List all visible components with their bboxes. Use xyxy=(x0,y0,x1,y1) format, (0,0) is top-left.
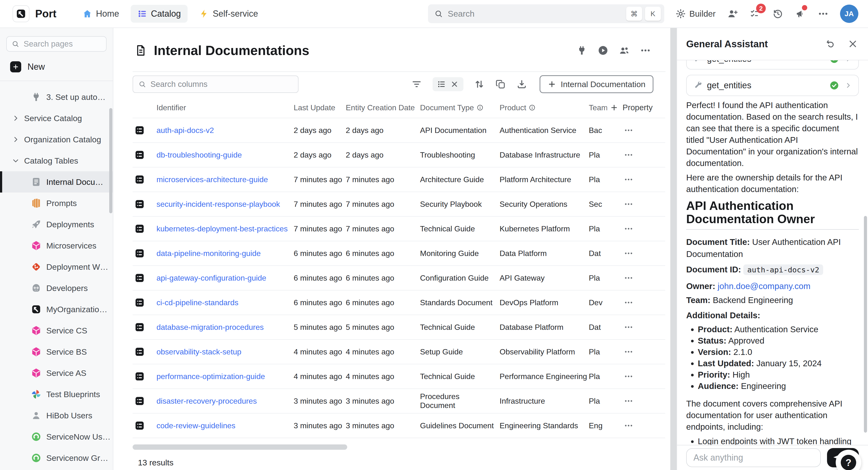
sidebar-item-developers[interactable]: Developers xyxy=(0,277,113,299)
sidebar-search[interactable] xyxy=(6,36,106,52)
sidebar-item-catalog-tables[interactable]: Catalog Tables xyxy=(0,150,113,171)
main-scrollbar-track[interactable] xyxy=(670,28,677,470)
includes-list: Login endpoints with JWT token handlingU… xyxy=(686,436,859,445)
history-button[interactable] xyxy=(772,8,784,20)
entity-link[interactable]: security-incident-response-playbook xyxy=(151,200,294,209)
search-columns-input[interactable] xyxy=(150,79,293,89)
row-actions-button[interactable] xyxy=(624,224,633,234)
sidebar-item-test-blueprints[interactable]: Test Blueprints xyxy=(0,384,113,405)
sidebar-item-service-catalog[interactable]: Service Catalog xyxy=(0,108,113,129)
tasks-button[interactable]: 2 xyxy=(749,8,761,20)
ask-input[interactable] xyxy=(686,448,821,467)
view-mode-pill[interactable] xyxy=(433,77,463,91)
entity-link[interactable]: database-migration-procedures xyxy=(151,323,294,332)
entity-link[interactable]: performance-optimization-guide xyxy=(151,372,294,381)
close-icon[interactable] xyxy=(848,39,858,49)
row-actions-button[interactable] xyxy=(624,248,633,258)
entity-link[interactable]: data-pipeline-monitoring-guide xyxy=(151,249,294,258)
search-columns[interactable] xyxy=(133,76,299,93)
column-header[interactable]: Product xyxy=(496,103,585,112)
nav-item-home[interactable]: Home xyxy=(76,5,126,23)
row-actions-button[interactable] xyxy=(624,396,633,406)
nav-item-catalog[interactable]: Catalog xyxy=(131,5,188,23)
announcements-button[interactable] xyxy=(795,8,806,20)
sidebar-item-service-bs[interactable]: Service BS xyxy=(0,341,113,362)
people-icon[interactable] xyxy=(619,45,630,56)
row-actions-button[interactable] xyxy=(624,372,633,381)
play-circle-icon[interactable] xyxy=(597,45,609,56)
copy-icon[interactable] xyxy=(495,79,506,89)
more-button[interactable] xyxy=(817,8,829,20)
sidebar-item-service-as[interactable]: Service AS xyxy=(0,362,113,384)
clear-view-icon[interactable] xyxy=(450,80,459,89)
column-header[interactable]: Identifier xyxy=(151,103,294,112)
add-property-button[interactable]: Property xyxy=(610,103,653,112)
column-header[interactable]: Document Type xyxy=(420,103,496,112)
horizontal-scrollbar[interactable] xyxy=(133,444,347,450)
doc-title-field: Document Title: User Authentication API … xyxy=(686,236,859,260)
sidebar-item-prompts[interactable]: Prompts xyxy=(0,193,113,214)
entity-link[interactable]: disaster-recovery-procedures xyxy=(151,396,294,406)
table-cell: 3 minutes ago xyxy=(346,396,420,406)
plug-icon[interactable] xyxy=(576,45,587,56)
nav-item-self-service[interactable]: Self-service xyxy=(192,5,265,23)
tool-call-card[interactable]: get_entities xyxy=(686,75,859,96)
row-actions-button[interactable] xyxy=(624,150,633,160)
row-actions-button[interactable] xyxy=(624,125,633,135)
entity-link[interactable]: db-troubleshooting-guide xyxy=(151,151,294,159)
chevron-right-icon[interactable] xyxy=(12,115,19,122)
info-icon[interactable] xyxy=(476,104,484,111)
cube-icon xyxy=(31,347,41,357)
download-icon[interactable] xyxy=(517,79,527,89)
entity-link[interactable]: api-gateway-configuration-guide xyxy=(151,273,294,283)
row-actions-button[interactable] xyxy=(624,421,633,431)
invite-users-button[interactable] xyxy=(727,8,738,20)
chevron-right-icon[interactable] xyxy=(845,82,851,89)
sidebar-scrollbar[interactable] xyxy=(109,108,112,213)
sidebar-item-servicenow-us-[interactable]: ServiceNow Us… xyxy=(0,426,113,447)
row-actions-button[interactable] xyxy=(624,175,633,184)
row-actions-button[interactable] xyxy=(624,273,633,283)
reset-icon[interactable] xyxy=(825,39,835,49)
column-header[interactable]: Last Update xyxy=(294,103,346,112)
entity-link[interactable]: ci-cd-pipeline-standards xyxy=(151,298,294,307)
column-header[interactable]: Entity Creation Date xyxy=(346,103,420,112)
entity-link[interactable]: microservices-architecture-guide xyxy=(151,175,294,184)
global-search[interactable]: ⌘ K xyxy=(428,4,664,23)
tool-call-card[interactable]: get_entities xyxy=(686,60,859,69)
filter-icon[interactable] xyxy=(411,79,422,89)
builder-button[interactable]: Builder xyxy=(675,8,716,19)
sort-icon[interactable] xyxy=(474,79,485,89)
new-page-button[interactable]: New xyxy=(10,61,106,72)
sidebar-item-service-cs[interactable]: Service CS xyxy=(0,320,113,341)
assistant-scrollbar[interactable] xyxy=(864,216,867,433)
sidebar-item-internal-docu-[interactable]: Internal Docu… xyxy=(0,171,113,193)
add-entity-button[interactable]: Internal Documentation xyxy=(539,75,653,93)
entity-link[interactable]: code-review-guidelines xyxy=(151,421,294,430)
user-avatar[interactable]: JA xyxy=(840,5,858,23)
sidebar-item-3-set-up-auto-[interactable]: 3. Set up auto… xyxy=(0,86,113,108)
sidebar-search-input[interactable] xyxy=(23,39,101,49)
sidebar-item-servicenow-gr-[interactable]: Servicenow Gr… xyxy=(0,447,113,469)
sidebar-item-myorganizatio-[interactable]: MyOrganizatio… xyxy=(0,299,113,320)
sidebar-item-microservices[interactable]: Microservices xyxy=(0,235,113,256)
row-actions-button[interactable] xyxy=(624,298,633,307)
info-icon[interactable] xyxy=(528,104,536,111)
owner-email-link[interactable]: john.doe@company.com xyxy=(717,281,810,291)
chevron-right-icon[interactable] xyxy=(12,136,19,143)
sidebar-item-deployments[interactable]: Deployments xyxy=(0,214,113,235)
row-actions-button[interactable] xyxy=(624,199,633,209)
more-icon[interactable] xyxy=(640,45,651,56)
entity-link[interactable]: kubernetes-deployment-best-practices xyxy=(151,225,294,233)
global-search-input[interactable] xyxy=(447,9,623,19)
sidebar-item-deployment-w-[interactable]: Deployment W… xyxy=(0,256,113,277)
row-actions-button[interactable] xyxy=(624,347,633,357)
chevron-down-icon[interactable] xyxy=(12,157,19,164)
row-actions-button[interactable] xyxy=(624,322,633,332)
chevron-right-icon[interactable] xyxy=(845,60,851,62)
sidebar-item-organization-catalog[interactable]: Organization Catalog xyxy=(0,129,113,150)
brand[interactable]: Port xyxy=(12,5,56,22)
entity-link[interactable]: observability-stack-setup xyxy=(151,347,294,356)
entity-link[interactable]: auth-api-docs-v2 xyxy=(151,126,294,135)
sidebar-item-hibob-users[interactable]: HiBob Users xyxy=(0,405,113,426)
